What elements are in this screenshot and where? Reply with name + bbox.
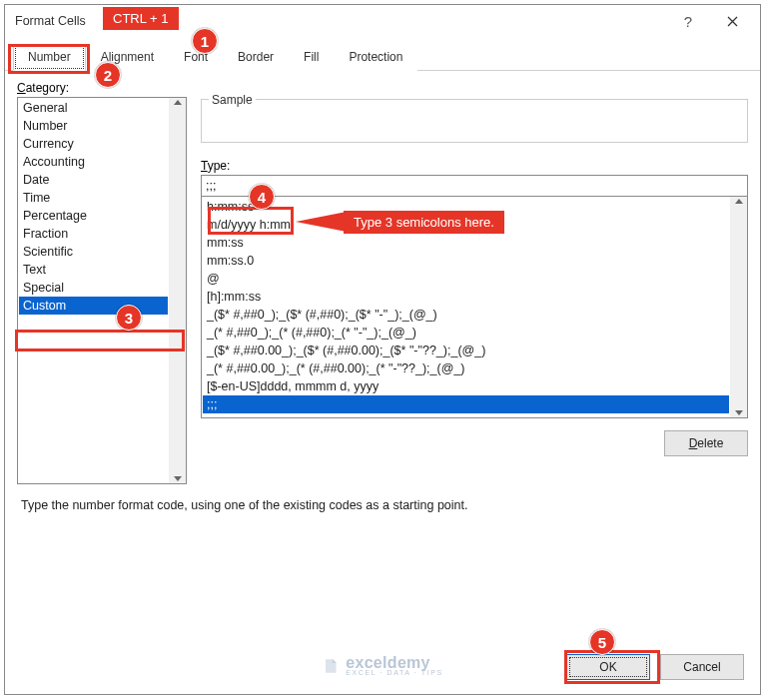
type-item[interactable]: _(* #,##0_);_(* (#,##0);_(* "-"_);_(@_) (203, 324, 729, 342)
cancel-button[interactable]: Cancel (660, 654, 744, 680)
tab-font[interactable]: Font (169, 44, 223, 71)
type-label: Type: (201, 159, 748, 173)
type-item[interactable]: [$-en-US]dddd, mmmm d, yyyy (203, 377, 729, 395)
category-item[interactable]: Time (19, 189, 168, 207)
tab-border[interactable]: Border (223, 44, 289, 71)
type-item[interactable]: m/d/yyyy h:mm (203, 216, 729, 234)
type-item[interactable]: _($* #,##0_);_($* (#,##0);_($* "-"_);_(@… (203, 306, 729, 324)
type-scrollbar[interactable] (730, 197, 747, 417)
sample-preview (201, 99, 748, 143)
tab-strip: Number Alignment Font Border Fill Protec… (5, 43, 760, 71)
type-item-selected[interactable]: ;;; (203, 395, 729, 413)
type-input[interactable] (201, 175, 748, 197)
tab-number[interactable]: Number (13, 44, 86, 71)
type-item[interactable]: mm:ss (203, 234, 729, 252)
type-item[interactable]: _($* #,##0.00_);_($* (#,##0.00);_($* "-"… (203, 342, 729, 359)
category-item[interactable]: Number (19, 117, 168, 135)
tab-protection[interactable]: Protection (334, 44, 417, 71)
watermark: exceldemy EXCEL · DATA · TIPS (322, 655, 442, 676)
category-item[interactable]: Percentage (19, 207, 168, 225)
type-item[interactable]: mm:ss.0 (203, 252, 729, 270)
type-item[interactable]: h:mm:ss (203, 198, 729, 216)
tab-alignment[interactable]: Alignment (86, 44, 169, 71)
type-item[interactable]: _(* #,##0.00_);_(* (#,##0.00);_(* "-"??_… (203, 359, 729, 377)
category-item[interactable]: Text (19, 261, 168, 279)
category-item[interactable]: Accounting (19, 153, 168, 171)
dialog-title: Format Cells (15, 14, 86, 28)
close-icon (727, 16, 738, 27)
type-listbox[interactable]: h:mm:ss m/d/yyyy h:mm mm:ss mm:ss.0 @ [h… (201, 197, 748, 418)
category-item[interactable]: General (19, 99, 168, 117)
category-item[interactable]: Currency (19, 135, 168, 153)
scroll-down-icon (174, 476, 182, 481)
scroll-up-icon (174, 100, 182, 105)
category-item[interactable]: Special (19, 279, 168, 297)
type-item[interactable]: [h]:mm:ss (203, 288, 729, 306)
category-label: Category: (17, 81, 187, 95)
category-scrollbar[interactable] (169, 98, 186, 483)
format-cells-dialog: Format Cells ? Number Alignment Font Bor… (4, 4, 761, 695)
category-item[interactable]: Scientific (19, 243, 168, 261)
delete-button[interactable]: Delete (664, 430, 748, 456)
close-button[interactable] (710, 7, 754, 35)
category-listbox[interactable]: General Number Currency Accounting Date … (17, 97, 187, 484)
category-item[interactable]: Date (19, 171, 168, 189)
tab-fill[interactable]: Fill (289, 44, 334, 71)
ok-button[interactable]: OK (566, 654, 650, 680)
scroll-down-icon (735, 410, 743, 415)
watermark-icon (322, 657, 340, 675)
sample-label: Sample (209, 93, 256, 107)
category-item-custom[interactable]: Custom (19, 297, 168, 315)
titlebar: Format Cells ? (5, 5, 760, 37)
scroll-up-icon (735, 199, 743, 204)
help-button[interactable]: ? (666, 7, 710, 35)
type-item[interactable]: @ (203, 270, 729, 288)
watermark-tag: EXCEL · DATA · TIPS (346, 669, 442, 676)
category-item[interactable]: Fraction (19, 225, 168, 243)
instruction-text: Type the number format code, using one o… (5, 484, 760, 512)
